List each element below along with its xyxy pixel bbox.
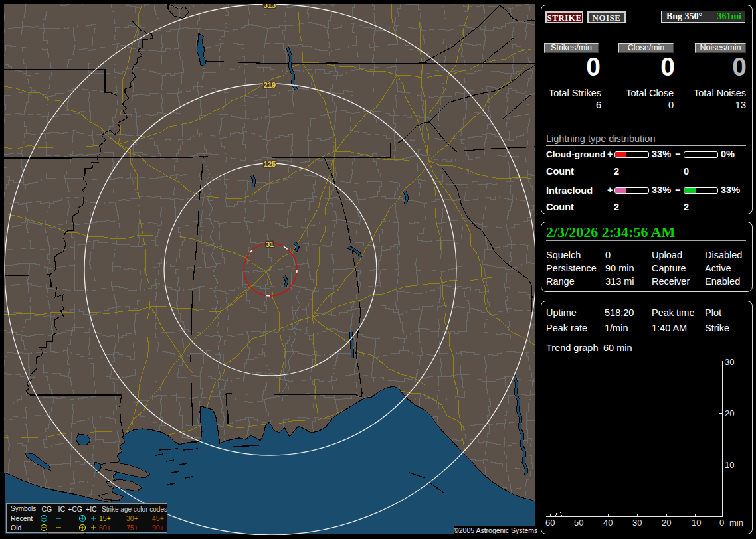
svg-text:40: 40 bbox=[603, 518, 613, 528]
svg-text:219: 219 bbox=[264, 81, 276, 89]
svg-text:30: 30 bbox=[632, 518, 642, 528]
svg-text:20: 20 bbox=[662, 518, 671, 528]
svg-text:10: 10 bbox=[725, 460, 734, 470]
svg-text:20: 20 bbox=[725, 408, 734, 418]
svg-text:min: min bbox=[729, 518, 743, 528]
svg-text:31: 31 bbox=[266, 240, 274, 248]
svg-text:10: 10 bbox=[692, 518, 701, 528]
svg-text:0: 0 bbox=[719, 518, 724, 528]
svg-text:30: 30 bbox=[725, 357, 734, 367]
svg-text:313: 313 bbox=[264, 4, 276, 9]
svg-text:125: 125 bbox=[264, 160, 276, 168]
svg-text:50: 50 bbox=[574, 518, 583, 528]
svg-text:60: 60 bbox=[545, 518, 555, 528]
